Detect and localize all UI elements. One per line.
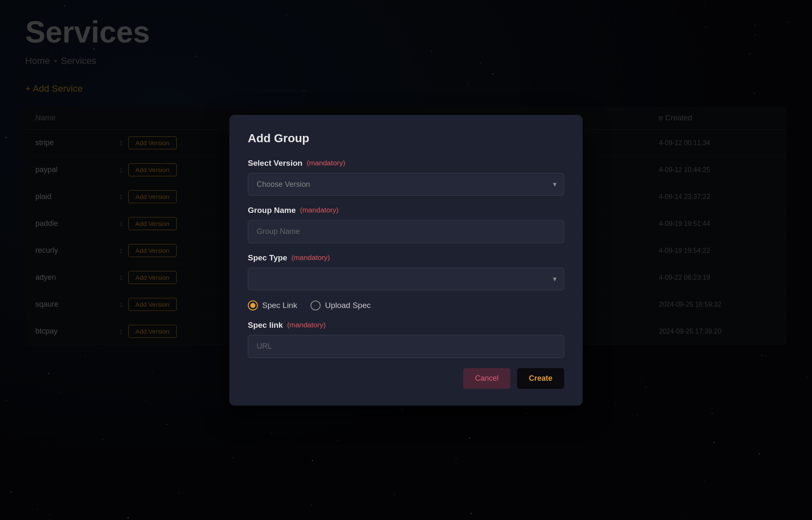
select-version-field: Select Version (mandatory) Choose Versio…	[248, 159, 564, 196]
select-version-label: Select Version (mandatory)	[248, 159, 564, 168]
add-group-modal: Add Group Select Version (mandatory) Cho…	[229, 115, 583, 406]
modal-footer: Cancel Create	[248, 368, 564, 389]
group-name-field: Group Name (mandatory)	[248, 206, 564, 243]
version-select-wrapper: Choose Version	[248, 173, 564, 196]
cancel-button[interactable]: Cancel	[463, 368, 510, 389]
spec-link-input[interactable]	[248, 335, 564, 358]
upload-spec-radio-label: Upload Spec	[325, 301, 371, 310]
version-select[interactable]: Choose Version	[248, 173, 564, 196]
spec-type-select[interactable]	[248, 268, 564, 290]
modal-title: Add Group	[248, 132, 564, 145]
create-button[interactable]: Create	[517, 368, 564, 389]
spec-link-label: Spec link (mandatory)	[248, 321, 564, 330]
spec-link-field: Spec link (mandatory)	[248, 321, 564, 358]
group-name-label: Group Name (mandatory)	[248, 206, 564, 215]
spec-type-label: Spec Type (mandatory)	[248, 253, 564, 263]
spec-link-radio-label: Spec Link	[262, 301, 297, 310]
group-name-input[interactable]	[248, 220, 564, 243]
spec-link-radio-circle	[248, 300, 258, 310]
spec-type-select-wrapper	[248, 268, 564, 290]
spec-link-radio-option[interactable]: Spec Link	[248, 300, 297, 310]
upload-spec-radio-circle	[310, 300, 321, 310]
spec-type-field: Spec Type (mandatory)	[248, 253, 564, 290]
modal-overlay[interactable]: Add Group Select Version (mandatory) Cho…	[0, 0, 812, 520]
radio-group: Spec Link Upload Spec	[248, 300, 564, 310]
upload-spec-radio-option[interactable]: Upload Spec	[310, 300, 371, 310]
